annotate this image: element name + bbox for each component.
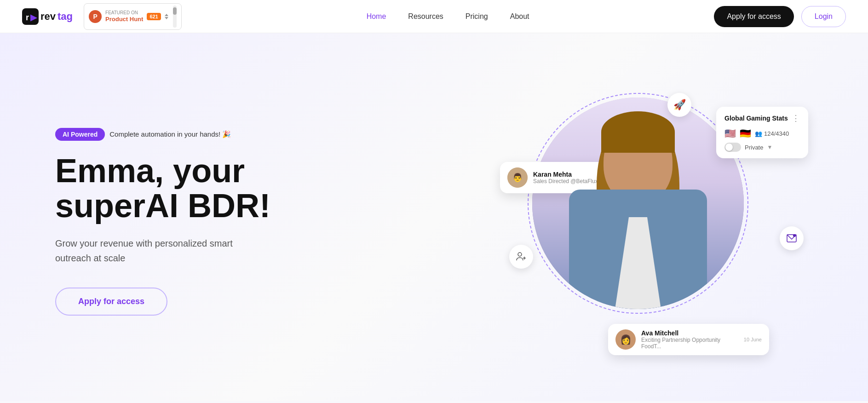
toggle-switch[interactable]: [724, 143, 741, 152]
navbar-apply-button[interactable]: Apply for access: [714, 6, 793, 27]
gaming-count: 👥 124/4340: [755, 130, 789, 137]
ava-info: Ava Mitchell Exciting Partnership Opport…: [641, 329, 738, 350]
navbar-right: Apply for access Login: [714, 6, 846, 27]
logo-icon: r ▶: [22, 8, 39, 25]
ava-date: 10 June: [744, 337, 762, 342]
toggle-arrow-icon: ▼: [767, 144, 772, 150]
navbar-nav: Home Resources Pricing About: [367, 12, 529, 21]
nav-pricing[interactable]: Pricing: [466, 12, 488, 21]
product-hunt-scrollbar: [173, 6, 177, 28]
product-hunt-badge[interactable]: P FEATURED ON Product Hunt 621: [84, 3, 182, 30]
toggle-label: Private: [745, 144, 763, 151]
hero-title-line2: superAI BDR!: [55, 187, 270, 224]
flag-de: 🇩🇪: [740, 128, 751, 139]
hero-title: Emma, your superAI BDR!: [55, 154, 270, 223]
emma-figure: [532, 98, 744, 309]
hero-subtitle: Grow your revenue with personalized smar…: [55, 236, 258, 265]
email-icon[interactable]: [780, 226, 804, 250]
gaming-title: Global Gaming Stats: [724, 115, 788, 122]
gaming-toggle: Private ▼: [724, 143, 800, 152]
ava-avatar: 👩: [615, 329, 636, 350]
flag-us: 🇺🇸: [724, 128, 736, 139]
nav-resources[interactable]: Resources: [408, 12, 443, 21]
karan-avatar: 👨: [507, 167, 528, 188]
svg-point-3: [518, 253, 522, 256]
hero-illustration: 🚀 👨 Karan Mehta Sales Directed @BetaFlux…: [491, 79, 813, 364]
logo[interactable]: r ▶ revtag: [22, 8, 73, 25]
hero-title-line1: Emma, your: [55, 152, 245, 189]
ava-name: Ava Mitchell: [641, 329, 738, 337]
rocket-symbol: 🚀: [673, 99, 686, 111]
navbar: r ▶ revtag P FEATURED ON Product Hunt 62…: [0, 0, 868, 33]
ava-card: 👩 Ava Mitchell Exciting Partnership Oppo…: [608, 324, 769, 355]
hero-apply-button[interactable]: Apply for access: [55, 288, 167, 316]
svg-text:▶: ▶: [30, 13, 38, 22]
logo-text-tag: tag: [57, 11, 73, 23]
karan-info: Karan Mehta Sales Directed @BetaFlux: [533, 171, 598, 184]
navbar-login-button[interactable]: Login: [801, 6, 846, 27]
toggle-knob: [725, 144, 733, 151]
gaming-flags: 🇺🇸 🇩🇪 👥 124/4340: [724, 128, 800, 139]
rocket-icon: 🚀: [667, 93, 691, 117]
product-hunt-arrows: [165, 14, 168, 19]
add-person-icon[interactable]: [509, 245, 533, 269]
ai-badge-pill: AI Powered: [55, 128, 105, 141]
hero-section: AI Powered Complete automation in your h…: [0, 33, 868, 401]
emma-avatar: [532, 98, 744, 309]
gaming-stats-card: Global Gaming Stats ⋮ 🇺🇸 🇩🇪 👥 124/4340 P…: [716, 107, 808, 158]
gaming-more-button[interactable]: ⋮: [792, 113, 800, 123]
gaming-header: Global Gaming Stats ⋮: [724, 113, 800, 123]
product-hunt-icon: P: [89, 10, 102, 23]
product-hunt-count: 621: [147, 13, 161, 20]
email-svg: [786, 233, 797, 244]
gaming-count-value: 124/4340: [764, 130, 789, 137]
karan-name: Karan Mehta: [533, 171, 598, 178]
hero-left: AI Powered Complete automation in your h…: [55, 128, 270, 316]
featured-on-label: FEATURED ON: [105, 10, 138, 15]
svg-point-8: [793, 234, 796, 237]
people-icon: 👥: [755, 130, 762, 137]
add-person-svg: [516, 251, 527, 262]
product-hunt-name: Product Hunt: [105, 16, 143, 23]
karan-card: 👨 Karan Mehta Sales Directed @BetaFlux: [500, 162, 605, 193]
product-hunt-text: FEATURED ON Product Hunt: [105, 10, 143, 23]
karan-role: Sales Directed @BetaFlux: [533, 178, 598, 184]
nav-about[interactable]: About: [510, 12, 529, 21]
navbar-left: r ▶ revtag P FEATURED ON Product Hunt 62…: [22, 3, 182, 30]
nav-home[interactable]: Home: [367, 12, 386, 21]
ava-message: Exciting Partnership Opportunity FoodT..…: [641, 337, 738, 350]
ai-badge: AI Powered Complete automation in your h…: [55, 128, 231, 141]
logo-text-rev: rev: [40, 11, 56, 23]
ai-badge-subtitle: Complete automation in your hands! 🎉: [109, 130, 231, 138]
svg-text:r: r: [26, 13, 29, 22]
